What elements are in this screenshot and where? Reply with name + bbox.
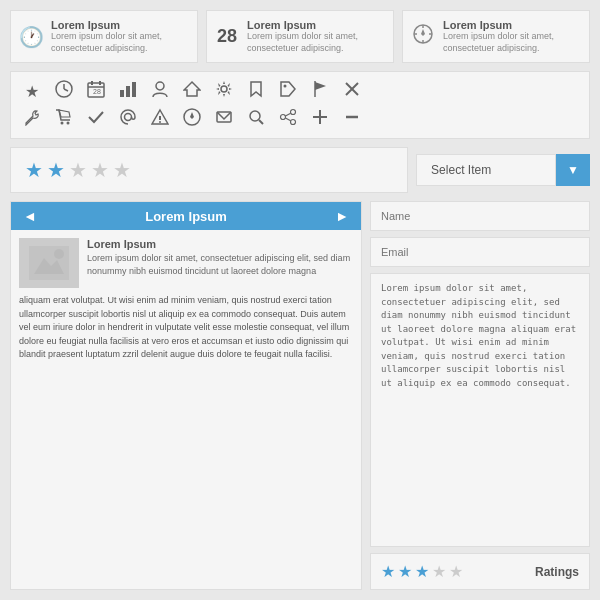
svg-point-46: [54, 249, 64, 259]
info-card-1: 🕐 Lorem Ipsum Lorem ipsum dolor sit amet…: [10, 10, 198, 63]
ratings-label: Ratings: [535, 565, 579, 579]
icon-row-2: [23, 108, 577, 130]
email-input[interactable]: [370, 237, 590, 267]
svg-point-30: [159, 121, 161, 123]
gear-icon[interactable]: [215, 80, 233, 102]
bookmark-icon[interactable]: [247, 80, 265, 102]
star-rating[interactable]: ★ ★ ★ ★ ★: [10, 147, 408, 193]
bottom-row: ◄ Lorem Ipsum ► Lorem Ipsum Lorem ipsum …: [10, 201, 590, 590]
select-item-label[interactable]: Select Item: [416, 154, 556, 186]
svg-point-20: [284, 85, 287, 88]
select-item-container: Select Item ▼: [416, 154, 590, 186]
svg-point-26: [67, 122, 70, 125]
person-icon[interactable]: [151, 80, 169, 102]
carousel-title: Lorem Ipsum: [145, 209, 227, 224]
info-card-2: 28 Lorem Ipsum Lorem ipsum dolor sit ame…: [206, 10, 394, 63]
svg-point-27: [125, 114, 132, 121]
ratings-bar: ★ ★ ★ ★ ★ Ratings: [370, 553, 590, 590]
barchart-icon[interactable]: [119, 80, 137, 102]
share-icon[interactable]: [279, 108, 297, 130]
home-icon[interactable]: [183, 80, 201, 102]
ratings-star-2[interactable]: ★: [398, 562, 412, 581]
carousel-right-arrow[interactable]: ►: [335, 208, 349, 224]
star-5[interactable]: ★: [113, 158, 131, 182]
carousel-content-row: Lorem Ipsum Lorem ipsum dolor sit amet, …: [19, 238, 353, 288]
search-icon[interactable]: [247, 108, 265, 130]
svg-marker-22: [315, 82, 326, 90]
svg-line-8: [64, 89, 68, 91]
star-3[interactable]: ★: [69, 158, 87, 182]
carousel-content-title: Lorem Ipsum: [87, 238, 353, 250]
plus-icon[interactable]: [311, 108, 329, 130]
form-textarea[interactable]: Lorem ipsum dolor sit amet, consectetuer…: [370, 273, 590, 547]
minus-icon[interactable]: [343, 108, 361, 130]
info-card-2-desc: Lorem ipsum dolor sit amet, consectetuer…: [247, 31, 385, 54]
svg-line-40: [285, 118, 290, 121]
flag-icon[interactable]: [311, 80, 329, 102]
svg-line-39: [285, 114, 290, 117]
ratings-star-4[interactable]: ★: [432, 562, 446, 581]
page: 🕐 Lorem Ipsum Lorem ipsum dolor sit amet…: [0, 0, 600, 600]
check-icon[interactable]: [87, 108, 105, 130]
svg-point-34: [250, 111, 260, 121]
compass-icon: [411, 23, 435, 50]
carousel-content-desc: Lorem ipsum dolor sit amet, consectetuer…: [87, 252, 353, 277]
icon-row-1: ★ 28: [23, 80, 577, 102]
info-card-3-desc: Lorem ipsum dolor sit amet, consectetuer…: [443, 31, 581, 54]
ratings-star-1[interactable]: ★: [381, 562, 395, 581]
carousel-long-text: aliquam erat volutpat. Ut wisi enim ad m…: [19, 294, 353, 362]
info-card-2-title: Lorem Ipsum: [247, 19, 385, 31]
mail-icon[interactable]: [215, 108, 233, 130]
clock-icon: 🕐: [19, 25, 43, 49]
info-cards-row: 🕐 Lorem Ipsum Lorem ipsum dolor sit amet…: [10, 10, 590, 63]
svg-marker-18: [184, 82, 200, 96]
calendar-icon: 28: [215, 26, 239, 47]
svg-marker-32: [190, 112, 194, 119]
svg-marker-5: [421, 29, 425, 36]
info-card-1-desc: Lorem ipsum dolor sit amet, consectetuer…: [51, 31, 189, 54]
svg-point-37: [281, 115, 286, 120]
star-2[interactable]: ★: [47, 158, 65, 182]
name-input[interactable]: [370, 201, 590, 231]
svg-text:28: 28: [93, 88, 101, 95]
info-card-3-title: Lorem Ipsum: [443, 19, 581, 31]
svg-point-36: [291, 110, 296, 115]
star-icon[interactable]: ★: [23, 82, 41, 101]
info-card-3: Lorem Ipsum Lorem ipsum dolor sit amet, …: [402, 10, 590, 63]
carousel-card: ◄ Lorem Ipsum ► Lorem Ipsum Lorem ipsum …: [10, 201, 362, 590]
svg-rect-14: [120, 90, 124, 97]
clock-icon-sm[interactable]: [55, 80, 73, 102]
carousel-left-arrow[interactable]: ◄: [23, 208, 37, 224]
carousel-body: Lorem Ipsum Lorem ipsum dolor sit amet, …: [11, 230, 361, 589]
warning-icon[interactable]: [151, 108, 169, 130]
wrench-icon[interactable]: [23, 108, 41, 130]
icon-grid: ★ 28: [10, 71, 590, 139]
svg-point-38: [291, 120, 296, 125]
carousel-header: ◄ Lorem Ipsum ►: [11, 202, 361, 230]
carousel-thumbnail: [19, 238, 79, 288]
at-icon[interactable]: [119, 108, 137, 130]
star-1[interactable]: ★: [25, 158, 43, 182]
svg-rect-15: [126, 86, 130, 97]
close-icon[interactable]: [343, 80, 361, 102]
ratings-stars: ★ ★ ★ ★ ★: [381, 562, 463, 581]
svg-point-17: [156, 82, 164, 90]
cart-icon[interactable]: [55, 108, 73, 130]
select-item-button[interactable]: ▼: [556, 154, 590, 186]
ratings-star-3[interactable]: ★: [415, 562, 429, 581]
ratings-star-5[interactable]: ★: [449, 562, 463, 581]
calendar-icon-sm[interactable]: 28: [87, 80, 105, 102]
middle-row: ★ ★ ★ ★ ★ Select Item ▼: [10, 147, 590, 193]
tag-icon[interactable]: [279, 80, 297, 102]
info-card-1-title: Lorem Ipsum: [51, 19, 189, 31]
svg-line-35: [259, 120, 263, 124]
compass2-icon[interactable]: [183, 108, 201, 130]
svg-point-25: [61, 122, 64, 125]
star-4[interactable]: ★: [91, 158, 109, 182]
svg-point-19: [221, 86, 227, 92]
svg-rect-16: [132, 82, 136, 97]
form-card: Lorem ipsum dolor sit amet, consectetuer…: [370, 201, 590, 590]
